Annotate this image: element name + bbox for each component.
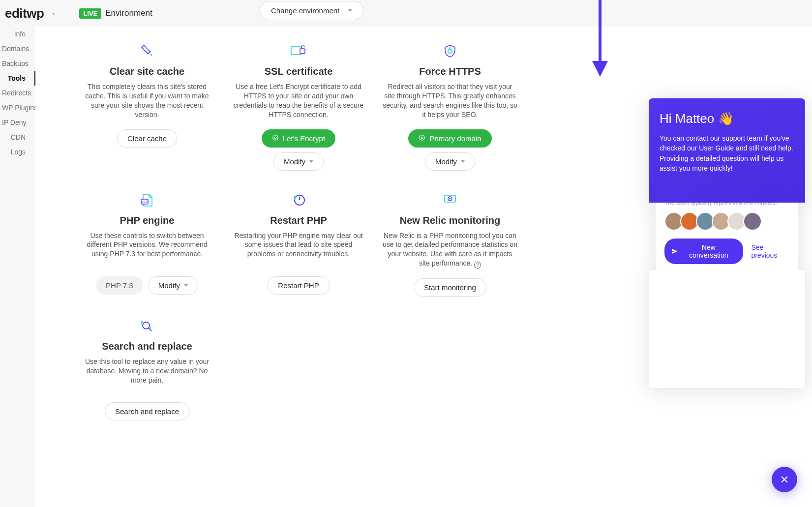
send-icon <box>671 248 678 255</box>
tool-description: New Relic is a PHP monitoring tool you c… <box>382 231 518 269</box>
tool-title: SSL certificate <box>230 66 367 77</box>
see-previous-link[interactable]: See previous <box>751 243 789 259</box>
tool-card-clear-site-cache: Clear site cacheThis completely clears t… <box>79 44 215 171</box>
svg-rect-4 <box>448 50 452 53</box>
tool-title: Search and replace <box>79 341 215 352</box>
tool-card-force-https: Force HTTPSRedirect all visitors so that… <box>382 44 518 171</box>
env-label: Environment <box>105 8 152 18</box>
let-s-encrypt-button[interactable]: Let's Encrypt <box>262 129 335 148</box>
badge-icon <box>419 134 425 143</box>
annotation-arrow <box>585 0 615 79</box>
chat-greeting: Hi Matteo 👋 <box>660 111 794 126</box>
svg-rect-1 <box>300 49 305 54</box>
button-label: Let's Encrypt <box>283 134 325 143</box>
badge-icon <box>272 134 279 143</box>
sidebar-item-tools[interactable]: Tools <box>0 71 35 86</box>
modify-button[interactable]: Modify <box>148 276 198 295</box>
svg-point-3 <box>274 137 276 139</box>
tool-title: Restart PHP <box>230 215 367 226</box>
tool-description: This completely clears this site's store… <box>79 82 215 119</box>
button-label: Start monitoring <box>424 283 476 292</box>
chat-close-button[interactable] <box>772 467 797 492</box>
tool-description: Use a free Let's Encrypt certificate to … <box>230 82 367 119</box>
wave-icon: 👋 <box>718 111 734 126</box>
tool-card-restart-php: Restart PHPRestarting your PHP engine ma… <box>230 193 367 297</box>
svg-point-15 <box>143 322 150 329</box>
restart-icon <box>230 193 367 208</box>
search-icon <box>79 319 215 334</box>
svg-point-14 <box>450 198 451 199</box>
site-name: editwp <box>5 6 44 21</box>
start-monitoring-button[interactable]: Start monitoring <box>414 278 486 297</box>
sidebar-item-domains[interactable]: Domains <box>0 41 35 56</box>
chevron-down-icon <box>184 284 188 287</box>
tool-card-search-and-replace: Search and replaceUse this tool to repla… <box>79 319 215 420</box>
sidebar-item-backups[interactable]: Backups <box>0 56 35 71</box>
sidebar-item-info[interactable]: Info <box>0 27 35 41</box>
chevron-down-icon <box>461 160 465 163</box>
php-icon: </> <box>79 193 215 208</box>
svg-text:</>: </> <box>142 200 148 204</box>
button-label: Modify <box>284 157 305 166</box>
button-label: Modify <box>158 281 180 290</box>
svg-marker-11 <box>294 196 297 199</box>
sidebar-item-logs[interactable]: Logs <box>0 145 35 159</box>
button-label: Primary domain <box>429 134 481 143</box>
chevron-down-icon <box>348 9 352 12</box>
info-icon[interactable]: ? <box>474 262 481 268</box>
tool-title: PHP engine <box>79 215 215 226</box>
tool-title: New Relic monitoring <box>382 215 518 226</box>
new-conversation-button[interactable]: New conversation <box>664 239 743 264</box>
tool-title: Clear site cache <box>79 66 215 77</box>
modify-button[interactable]: Modify <box>425 152 475 171</box>
button-label: Search and replace <box>115 407 179 416</box>
search-and-replace-button[interactable]: Search and replace <box>105 402 189 420</box>
tool-description: Redirect all visitors so that they visit… <box>382 82 518 119</box>
ssl-icon <box>230 44 367 59</box>
live-badge: LIVE <box>79 8 101 19</box>
support-chat-widget: Hi Matteo 👋 You can contact our support … <box>649 98 805 388</box>
modify-button[interactable]: Modify <box>273 152 324 171</box>
svg-marker-20 <box>592 61 608 77</box>
clear-cache-button[interactable]: Clear cache <box>117 129 177 148</box>
tool-card-new-relic-monitoring: New Relic monitoringNew Relic is a PHP m… <box>382 193 518 297</box>
tool-description: Use this tool to replace any value in yo… <box>79 357 215 392</box>
chat-intro: You can contact our support team if you'… <box>660 133 794 173</box>
cache-icon <box>79 44 215 59</box>
tool-card-php-engine: </>PHP engineUse these controls to switc… <box>79 193 215 297</box>
button-label: Modify <box>435 157 457 166</box>
tool-title: Force HTTPS <box>382 66 518 77</box>
primary-domain-button[interactable]: Primary domain <box>408 129 491 148</box>
chevron-down-icon <box>309 160 313 163</box>
newrelic-icon <box>382 193 518 208</box>
tool-card-ssl-certificate: SSL certificateUse a free Let's Encrypt … <box>230 44 367 171</box>
button-label: Clear cache <box>127 134 167 143</box>
site-switcher[interactable] <box>52 10 56 17</box>
button-label: Restart PHP <box>278 281 319 290</box>
shield-icon <box>382 44 518 59</box>
sidebar-item-wp-plugins[interactable]: WP Plugins <box>0 100 35 115</box>
tool-description: Restarting your PHP engine may clear out… <box>230 231 367 267</box>
change-environment-button[interactable]: Change environment <box>260 1 363 20</box>
svg-point-6 <box>421 137 423 139</box>
close-icon <box>780 475 789 484</box>
sidebar-item-ip-deny[interactable]: IP Deny <box>0 115 35 130</box>
sidebar-item-redirects[interactable]: Redirects <box>0 86 35 100</box>
php-7-3-button: PHP 7.3 <box>96 276 143 295</box>
svg-point-2 <box>273 135 278 140</box>
button-label: PHP 7.3 <box>106 281 133 290</box>
sidebar-item-cdn[interactable]: CDN <box>0 130 35 145</box>
support-avatars <box>664 212 789 231</box>
tool-description: Use these controls to switch between dif… <box>79 231 215 267</box>
avatar <box>743 212 762 231</box>
svg-point-5 <box>420 135 425 140</box>
restart-php-button[interactable]: Restart PHP <box>268 276 329 295</box>
svg-point-0 <box>150 54 152 56</box>
